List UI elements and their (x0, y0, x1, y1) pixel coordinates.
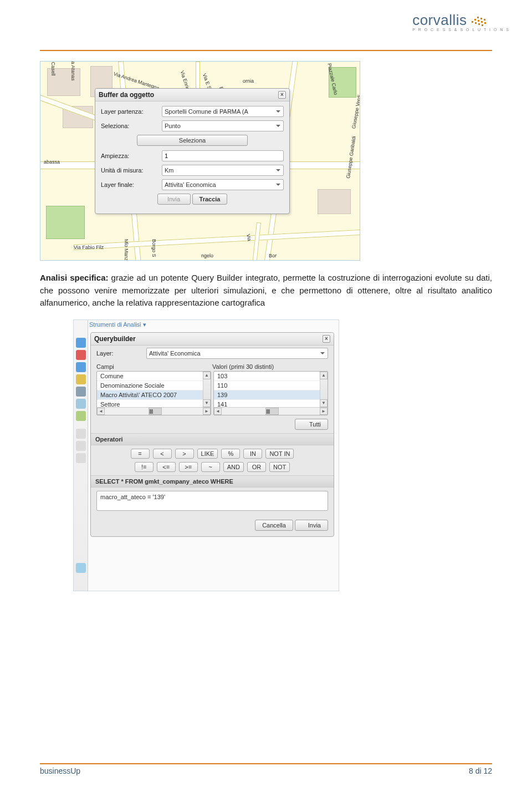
layers-icon[interactable] (76, 411, 86, 421)
info-icon[interactable] (76, 362, 86, 372)
para-text: grazie ad un potente Query Builder integ… (40, 273, 492, 307)
select-clause-label: SELECT * FROM gmkt_company_ateco WHERE (91, 475, 334, 488)
op-button[interactable]: ~ (201, 462, 220, 472)
label-layer: Layer: (96, 350, 146, 357)
logo-subtitle: P R O C E S S & S O L U T I O N S (412, 28, 510, 32)
street-label: Mlo Manzoni (124, 239, 129, 261)
traccia-button[interactable]: Traccia (192, 194, 228, 205)
para-lead: Analisi specifica: (40, 273, 108, 282)
scroll-up-icon[interactable]: ▲ (320, 372, 328, 379)
op-button[interactable]: <= (157, 462, 176, 472)
strumenti-analisi-menu[interactable]: Strumenti di Analisi (89, 321, 146, 328)
label-seleziona: Seleziona: (101, 123, 162, 129)
op-button[interactable]: NOT IN (265, 449, 294, 459)
scroll-right-icon[interactable]: ► (320, 408, 328, 415)
select-unita[interactable]: Km (162, 165, 284, 176)
op-button[interactable]: LIKE (197, 449, 218, 459)
street-label: Giuseppe Garibaldi (345, 136, 357, 179)
map-screenshot: Via Atanas Casell Via Andrea Mantegna Vi… (40, 61, 360, 261)
cancella-button[interactable]: Cancella (255, 520, 293, 531)
label-unita: Unità di misura: (101, 167, 162, 174)
list-item[interactable]: 103 (214, 372, 328, 381)
list-item[interactable]: Denominazione Sociale (97, 381, 211, 390)
logo-dots-icon (469, 11, 487, 29)
select-qb-layer[interactable]: Attivita' Economica (146, 348, 328, 359)
street-label: Giuseppe Verdi (351, 94, 360, 129)
list-item[interactable]: Macro Attivita\' ATECO 2007 (97, 390, 211, 400)
street-label: abassa (44, 159, 60, 165)
tool-icon[interactable] (76, 453, 86, 463)
operatori-header: Operatori (91, 433, 334, 445)
qb-invia-button[interactable]: Invia (295, 520, 328, 531)
print-icon[interactable] (76, 387, 86, 397)
op-button[interactable]: != (135, 462, 154, 472)
undo-icon[interactable] (76, 429, 86, 439)
op-button[interactable]: >= (179, 462, 198, 472)
campi-list[interactable]: Comune Denominazione Sociale Macro Attiv… (96, 371, 211, 415)
qb-title: Querybuilder (94, 335, 136, 343)
close-icon[interactable]: × (278, 91, 286, 99)
querybuilder-dialog: Querybuilder × Layer: Attivita' Economic… (90, 332, 334, 537)
scroll-down-icon[interactable]: ▼ (320, 399, 328, 407)
footer-left: businessUp (40, 766, 80, 775)
street-label: Via Fabio Filz (74, 245, 104, 250)
street-label: ngelo (201, 253, 213, 258)
invia-button[interactable]: Invia (157, 194, 191, 205)
collapse-icon[interactable] (76, 563, 86, 573)
op-button[interactable]: AND (223, 462, 244, 472)
street-label: Bor (269, 253, 277, 258)
label-layer-partenza: Layer partenza: (101, 108, 162, 115)
select-seleziona[interactable]: Punto (162, 120, 284, 131)
op-button[interactable]: % (221, 449, 240, 459)
street-label: Borgo S (151, 239, 157, 257)
header-rule (40, 50, 492, 51)
street-label: Via (245, 233, 252, 241)
minus-icon[interactable] (76, 350, 86, 360)
op-button[interactable]: NOT (269, 462, 290, 472)
seleziona-button[interactable]: Seleziona (137, 135, 248, 146)
list-item[interactable]: 139 (214, 390, 328, 400)
label-ampiezza: Ampiezza: (101, 153, 162, 159)
op-button[interactable]: < (153, 449, 172, 459)
globe-icon[interactable] (76, 338, 86, 348)
list-item[interactable]: 110 (214, 381, 328, 390)
scroll-thumb[interactable]: Ⅲ (265, 408, 279, 415)
page-footer: businessUp 8 di 12 (40, 763, 492, 775)
street-label: ornia (243, 78, 254, 84)
street-label: Casell (50, 62, 56, 75)
brand-logo: corvallis P R O C E S S & S O L U T I O … (412, 11, 510, 32)
scroll-right-icon[interactable]: ► (203, 408, 211, 415)
scroll-up-icon[interactable]: ▲ (203, 372, 211, 379)
body-paragraph: Analisi specifica: grazie ad un potente … (40, 272, 492, 309)
footer-right: 8 di 12 (469, 766, 492, 775)
street-label: Via Atanas (70, 61, 76, 80)
scroll-thumb[interactable]: Ⅲ (149, 408, 162, 415)
valori-list[interactable]: 103 110 139 141 ▲ ▼ ◄ Ⅲ ► (213, 371, 328, 415)
scroll-down-icon[interactable]: ▼ (203, 399, 211, 407)
select-layer-partenza[interactable]: Sportelli Comune di PARMA (A (162, 106, 284, 117)
campi-header: Campi (96, 363, 212, 370)
tool-rail (74, 320, 88, 591)
op-button[interactable]: > (175, 449, 194, 459)
op-button[interactable]: IN (243, 449, 262, 459)
buffer-dialog: Buffer da oggetto × Layer partenza: Spor… (95, 88, 290, 214)
scroll-left-icon[interactable]: ◄ (214, 408, 222, 415)
folder-icon[interactable] (76, 374, 86, 384)
ampiezza-input[interactable] (162, 150, 284, 161)
label-layer-finale: Layer finale: (101, 181, 162, 188)
list-item[interactable]: Comune (97, 372, 211, 381)
dialog-title: Buffer da oggetto (99, 91, 154, 99)
query-textarea[interactable]: macro_att_ateco = '139' (96, 491, 328, 511)
logo-text: corvallis (412, 12, 467, 29)
tutti-button[interactable]: Tutti (295, 419, 328, 430)
valori-header: Valori (primi 30 distinti) (212, 363, 328, 370)
querybuilder-screenshot: Strumenti di Analisi Querybuilder × Laye… (73, 319, 339, 591)
search-icon[interactable] (76, 399, 86, 409)
scroll-left-icon[interactable]: ◄ (97, 408, 105, 415)
op-button[interactable]: OR (247, 462, 266, 472)
select-layer-finale[interactable]: Attivita' Economica (162, 179, 284, 190)
list-icon[interactable] (76, 441, 86, 451)
close-icon[interactable]: × (323, 335, 330, 343)
op-button[interactable]: = (131, 449, 150, 459)
